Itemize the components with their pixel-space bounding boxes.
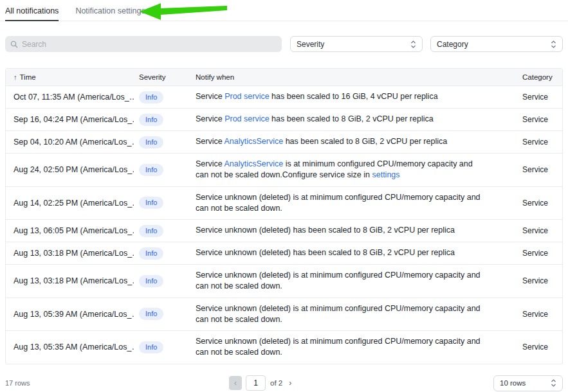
table-row[interactable]: Sep 16, 04:24 PM (America/Los_… Info Ser… <box>6 109 562 131</box>
cell-severity: Info <box>134 304 188 324</box>
severity-badge: Info <box>139 308 163 320</box>
notify-link[interactable]: AnalyticsService <box>224 137 283 146</box>
search-input[interactable] <box>22 40 277 49</box>
column-header-notify-when[interactable]: Notify when <box>188 69 522 85</box>
cell-notify: Service unknown (deleted) has been scale… <box>188 220 490 241</box>
cell-time: Sep 04, 10:20 AM (America/Los_… <box>6 131 134 153</box>
cell-category: Service <box>522 86 562 108</box>
severity-select-label: Severity <box>297 40 324 49</box>
sort-asc-icon: ↑ <box>14 73 17 81</box>
cell-time: Aug 13, 05:35 AM (America/Los_… <box>6 336 134 358</box>
cell-severity: Info <box>134 244 188 263</box>
table-row[interactable]: Aug 13, 03:18 PM (America/Los_… Info Ser… <box>6 265 562 298</box>
cell-time: Aug 13, 03:18 PM (America/Los_… <box>6 242 134 264</box>
severity-badge: Info <box>139 114 163 126</box>
cell-severity: Info <box>134 87 188 107</box>
page-size-label: 10 rows <box>500 379 526 387</box>
cell-notify: Service AnalyticsService has been scaled… <box>188 131 490 152</box>
page-total-label: of 2 <box>270 379 282 387</box>
table-row[interactable]: Aug 13, 05:39 AM (America/Los_… Info Ser… <box>6 298 562 332</box>
cell-severity: Info <box>134 337 188 357</box>
search-icon <box>10 40 18 48</box>
table-row[interactable]: Sep 04, 10:20 AM (America/Los_… Info Ser… <box>6 131 562 154</box>
notify-link[interactable]: AnalyticsService <box>224 159 283 168</box>
chevron-updown-icon <box>551 40 556 49</box>
notifications-table: ↑ Time Severity Notify when Category Oct… <box>5 68 563 364</box>
cell-severity: Info <box>134 221 188 241</box>
category-select[interactable]: Category <box>430 36 563 52</box>
table-row[interactable]: Aug 13, 05:35 AM (America/Los_… Info Ser… <box>6 331 562 364</box>
notify-link[interactable]: Prod service <box>224 92 269 101</box>
severity-badge: Info <box>139 225 163 237</box>
table-row[interactable]: Oct 07, 11:35 AM (America/Los_… Info Ser… <box>6 86 562 109</box>
next-page-button[interactable]: › <box>289 379 291 388</box>
table-row[interactable]: Aug 14, 02:25 PM (America/Los_… Info Ser… <box>6 187 562 220</box>
table-body: Oct 07, 11:35 AM (America/Los_… Info Ser… <box>6 86 562 364</box>
table-footer: 17 rows ‹ of 2 › 10 rows <box>5 375 563 391</box>
cell-severity: Info <box>134 110 188 130</box>
cell-category: Service <box>522 336 562 358</box>
table-row[interactable]: Aug 13, 06:05 PM (America/Los_… Info Ser… <box>6 220 562 242</box>
tab-all-notifications[interactable]: All notifications <box>5 0 59 21</box>
table-row[interactable]: Aug 24, 02:50 PM (America/Los_… Info Ser… <box>6 154 562 187</box>
cell-time: Oct 07, 11:35 AM (America/Los_… <box>6 86 134 108</box>
page-number-input[interactable] <box>246 375 266 391</box>
severity-badge: Info <box>139 197 163 209</box>
previous-page-button[interactable]: ‹ <box>229 376 242 390</box>
cell-notify: Service Prod service has been scaled to … <box>188 86 490 107</box>
cell-severity: Info <box>134 193 188 213</box>
chevron-right-icon: › <box>289 379 291 388</box>
cell-time: Aug 13, 03:18 PM (America/Los_… <box>6 270 134 292</box>
column-header-time[interactable]: ↑ Time <box>6 69 134 85</box>
cell-notify: Service unknown (deleted) is at minimum … <box>188 187 490 220</box>
cell-category: Service <box>522 192 562 214</box>
column-header-severity[interactable]: Severity <box>134 69 188 85</box>
category-select-label: Category <box>437 40 468 49</box>
filter-row: Severity Category <box>5 36 563 52</box>
chevron-updown-icon <box>410 40 416 49</box>
cell-severity: Info <box>134 132 188 152</box>
table-row[interactable]: Aug 13, 03:18 PM (America/Los_… Info Ser… <box>6 242 562 265</box>
cell-notify: Service unknown (deleted) is at minimum … <box>188 331 490 364</box>
cell-category: Service <box>522 220 562 242</box>
severity-select[interactable]: Severity <box>290 36 423 52</box>
column-header-category[interactable]: Category <box>522 69 562 85</box>
severity-badge: Info <box>139 247 163 260</box>
cell-category: Service <box>522 242 562 264</box>
pagination: ‹ of 2 › <box>229 375 291 391</box>
cell-notify: Service AnalyticsService is at minimum c… <box>188 154 490 186</box>
chevron-left-icon: ‹ <box>234 379 237 388</box>
cell-time: Aug 13, 06:05 PM (America/Los_… <box>6 220 134 242</box>
notify-link[interactable]: settings <box>372 170 399 179</box>
cell-time: Aug 13, 05:39 AM (America/Los_… <box>6 303 134 325</box>
cell-notify: Service unknown (deleted) is at minimum … <box>188 298 490 331</box>
severity-badge: Info <box>139 136 163 148</box>
tab-bar: All notifications Notification settings <box>0 0 568 21</box>
column-header-time-label: Time <box>20 73 36 81</box>
notify-link[interactable]: Prod service <box>224 114 269 123</box>
cell-category: Service <box>522 270 562 292</box>
severity-badge: Info <box>139 341 163 353</box>
cell-category: Service <box>522 109 562 130</box>
cell-time: Aug 24, 02:50 PM (America/Los_… <box>6 159 134 181</box>
cell-time: Aug 14, 02:25 PM (America/Los_… <box>6 192 134 214</box>
chevron-updown-icon <box>551 379 556 388</box>
cell-severity: Info <box>134 271 188 291</box>
table-header-row: ↑ Time Severity Notify when Category <box>6 69 562 86</box>
row-count-label: 17 rows <box>5 379 30 387</box>
cell-category: Service <box>522 159 562 181</box>
tab-notification-settings[interactable]: Notification settings <box>75 0 145 21</box>
cell-category: Service <box>522 131 562 153</box>
search-box[interactable] <box>5 36 282 52</box>
severity-badge: Info <box>139 91 163 103</box>
cell-category: Service <box>522 303 562 325</box>
cell-severity: Info <box>134 160 188 180</box>
severity-badge: Info <box>139 164 163 176</box>
cell-notify: Service Prod service has been scaled to … <box>188 109 490 130</box>
cell-notify: Service unknown (deleted) is at minimum … <box>188 265 490 298</box>
page-size-select[interactable]: 10 rows <box>493 375 563 391</box>
cell-time: Sep 16, 04:24 PM (America/Los_… <box>6 109 134 130</box>
severity-badge: Info <box>139 275 163 287</box>
cell-notify: Service unknown (deleted) has been scale… <box>188 242 490 263</box>
